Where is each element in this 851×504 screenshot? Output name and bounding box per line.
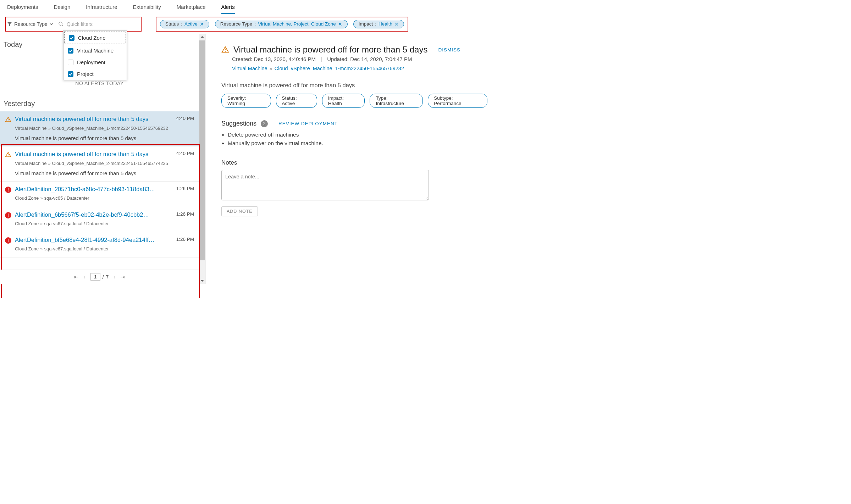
scroll-up-icon[interactable] [200, 35, 204, 39]
suggestion-item: Delete powered off machines [228, 132, 487, 138]
page-next-button[interactable]: › [114, 274, 115, 280]
alert-time: 4:40 PM [176, 116, 194, 121]
alert-card[interactable]: ! AlertDefinition_6b5667f5-eb02-4b2e-bcf… [0, 207, 199, 232]
scrollbar[interactable] [199, 34, 205, 284]
critical-icon: ! [5, 237, 11, 244]
svg-point-6 [8, 156, 9, 156]
alert-card[interactable]: Virtual machine is powered off for more … [0, 111, 199, 146]
alert-detail-panel: Virtual machine is powered off for more … [206, 34, 503, 284]
alert-breadcrumb: Virtual Machine»Cloud_vSphere_Machine_2-… [15, 160, 194, 167]
alert-title: Virtual machine is powered off for more … [15, 116, 171, 122]
warning-icon [5, 116, 11, 124]
alert-title: AlertDefinition_6b5667f5-eb02-4b2e-bcf9-… [15, 211, 171, 218]
filter-pill-resource-type[interactable]: Resource Type: Virtual Machine, Project,… [215, 20, 348, 28]
menu-option-deployment[interactable]: Deployment [63, 56, 127, 68]
dismiss-button[interactable]: DISMISS [438, 47, 460, 52]
section-yesterday: Yesterday [0, 93, 199, 110]
tag-severity: Severity: Warning [221, 94, 271, 108]
alert-card[interactable]: ! AlertDefinition_bf5e68e4-28f1-4992-af8… [0, 232, 199, 257]
page-total: 7 [106, 274, 109, 280]
suggestions-count-badge: 2 [261, 120, 268, 127]
search-icon [58, 21, 64, 27]
checkbox-icon[interactable] [69, 35, 74, 41]
svg-point-4 [8, 121, 9, 121]
tag-status: Status: Active [276, 94, 317, 108]
close-icon[interactable]: ✕ [200, 21, 204, 27]
close-icon[interactable]: ✕ [394, 21, 399, 27]
alert-card[interactable]: Virtual machine is powered off for more … [0, 146, 199, 182]
alert-list: Virtual machine is powered off for more … [0, 110, 199, 257]
resource-type-label: Resource Type [14, 21, 48, 27]
tag-subtype: Subtype: Performance [428, 94, 487, 108]
pill-key: Impact [359, 21, 373, 27]
notes-header: Notes [221, 159, 487, 166]
svg-point-8 [225, 51, 226, 51]
add-note-button[interactable]: ADD NOTE [221, 206, 258, 216]
svg-point-0 [59, 22, 62, 25]
filter-icon [7, 22, 12, 27]
tag-type: Type: Infrastructure [370, 94, 423, 108]
resource-type-dropdown[interactable]: Resource Type [7, 21, 53, 27]
filter-pill-status[interactable]: Status: Active ✕ [160, 20, 209, 28]
paginator: ⇤ ‹ / 7 › ⇥ [0, 270, 199, 284]
menu-option-label: Deployment [77, 59, 105, 65]
detail-breadcrumb[interactable]: Virtual Machine»Cloud_vSphere_Machine_1-… [232, 66, 487, 71]
tab-marketplace[interactable]: Marketplace [169, 0, 214, 14]
alert-title: AlertDefinition_bf5e68e4-28f1-4992-af8d-… [15, 237, 171, 243]
quick-filters-placeholder: Quick filters [67, 21, 93, 27]
alert-title: AlertDefinition_20571bc0-a68c-477c-bb93-… [15, 186, 171, 193]
alert-breadcrumb: Cloud Zone»sqa-vc65 / Datacenter [15, 195, 194, 201]
alert-time: 1:26 PM [176, 211, 194, 217]
checkbox-icon[interactable] [68, 48, 73, 54]
chevron-down-icon [50, 22, 53, 26]
pill-key: Resource Type [220, 21, 253, 27]
alert-time: 4:40 PM [176, 151, 194, 156]
page-prev-button[interactable]: ‹ [84, 274, 85, 280]
checkbox-icon[interactable] [68, 71, 73, 77]
scroll-thumb[interactable] [199, 40, 205, 260]
menu-option-cloud-zone[interactable]: Cloud Zone [64, 32, 126, 44]
alert-breadcrumb: Cloud Zone»sqa-vc67.sqa.local / Datacent… [15, 221, 194, 227]
tab-alerts[interactable]: Alerts [214, 0, 243, 14]
pill-value: Health [378, 21, 392, 27]
alert-summary: Virtual machine is powered off for more … [15, 135, 194, 141]
alert-title: Virtual machine is powered off for more … [15, 151, 171, 157]
quick-filters[interactable]: Quick filters [58, 21, 93, 27]
active-filters: Status: Active ✕ Resource Type: Virtual … [156, 17, 408, 32]
resource-type-menu: Cloud Zone Virtual Machine Deployment Pr… [63, 31, 127, 80]
detail-tags: Severity: Warning Status: Active Impact:… [221, 94, 487, 108]
filter-pill-impact[interactable]: Impact: Health ✕ [353, 20, 404, 28]
critical-icon: ! [5, 212, 11, 218]
page-first-button[interactable]: ⇤ [74, 274, 79, 280]
alert-summary: Virtual machine is powered off for more … [15, 170, 194, 176]
alert-card[interactable]: ! AlertDefinition_20571bc0-a68c-477c-bb9… [0, 182, 199, 207]
page-last-button[interactable]: ⇥ [120, 274, 125, 280]
review-deployment-button[interactable]: REVIEW DEPLOYMENT [278, 121, 338, 126]
notes-input[interactable] [221, 170, 429, 200]
pill-key: Status [165, 21, 179, 27]
suggestion-item: Manually power on the virtual machine. [228, 140, 487, 146]
tab-deployments[interactable]: Deployments [7, 0, 46, 14]
checkbox-icon[interactable] [68, 60, 73, 65]
tab-infrastructure[interactable]: Infrastructure [78, 0, 125, 14]
suggestions-list: Delete powered off machines Manually pow… [221, 132, 487, 146]
warning-icon [221, 46, 229, 54]
tab-design[interactable]: Design [46, 0, 78, 14]
close-icon[interactable]: ✕ [338, 21, 342, 27]
menu-option-label: Virtual Machine [77, 48, 114, 54]
alert-time: 1:26 PM [176, 186, 194, 191]
menu-option-virtual-machine[interactable]: Virtual Machine [63, 45, 127, 56]
pill-value: Active [184, 21, 198, 27]
page-input[interactable] [90, 273, 100, 281]
suggestions-header: Suggestions [221, 120, 256, 127]
scroll-down-icon[interactable] [200, 279, 204, 283]
menu-option-label: Cloud Zone [78, 35, 106, 41]
alert-breadcrumb: Virtual Machine»Cloud_vSphere_Machine_1-… [15, 125, 194, 132]
tab-extensibility[interactable]: Extensibility [125, 0, 169, 14]
detail-title: Virtual machine is powered off for more … [233, 45, 427, 55]
menu-option-project[interactable]: Project [63, 68, 127, 80]
tag-impact: Impact: Health [322, 94, 365, 108]
alert-time: 1:26 PM [176, 237, 194, 242]
top-nav: Deployments Design Infrastructure Extens… [0, 0, 503, 14]
warning-icon [5, 151, 11, 159]
